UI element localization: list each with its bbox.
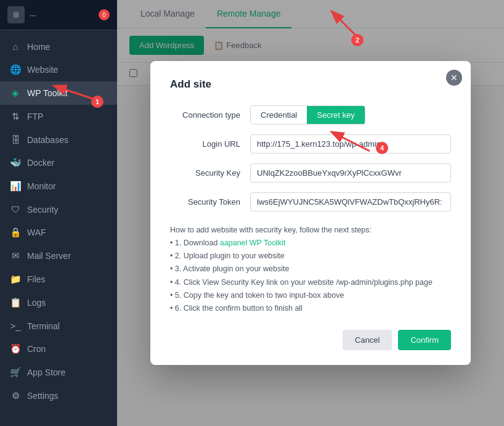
cancel-button[interactable]: Cancel: [343, 330, 392, 350]
sidebar-item-app-store[interactable]: 🛒 App Store: [0, 361, 117, 384]
sidebar-item-waf[interactable]: 🔒 WAF: [0, 221, 117, 244]
step-4: 4. Click View Security Key link on your …: [170, 276, 451, 289]
sidebar-item-label-mail-server: Mail Server: [27, 251, 71, 261]
sidebar-item-docker[interactable]: 🐳 Docker: [0, 151, 117, 174]
app-store-icon: 🛒: [10, 367, 21, 378]
sidebar-item-settings[interactable]: ⚙ Settings: [0, 384, 117, 408]
files-icon: 📁: [10, 274, 21, 285]
login-url-row: Login URL: [170, 134, 451, 154]
secret-key-button[interactable]: Secret key: [307, 106, 364, 124]
notification-badge: 0: [99, 9, 110, 20]
step-2: 2. Upload plugin to your website: [170, 250, 451, 263]
sidebar-item-terminal[interactable]: >_ Terminal: [0, 314, 117, 337]
monitor-icon: ⊞: [7, 6, 25, 23]
step-5: 5. Copy the key and token to two input-b…: [170, 289, 451, 302]
confirm-button[interactable]: Confirm: [398, 330, 451, 350]
logs-icon: 📋: [10, 297, 21, 308]
security-token-row: Security Token: [170, 192, 451, 211]
security-icon: 🛡: [10, 204, 21, 215]
sidebar-item-security[interactable]: 🛡 Security: [0, 198, 117, 221]
connection-type-row: Connection type Credential Secret key: [170, 105, 451, 125]
sidebar-item-cron[interactable]: ⏰ Cron: [0, 337, 117, 361]
instructions-section: How to add website with security key, fo…: [170, 224, 451, 316]
sidebar-nav: ⌂ Home 🌐 Website ◈ WP Toolkit ⇅ FTP 🗄 Da…: [0, 30, 117, 426]
sidebar-item-monitor[interactable]: 📊 Monitor: [0, 174, 117, 198]
main-content: Local Manage Remote Manage Add Wordpress…: [117, 0, 504, 426]
sidebar-item-logs[interactable]: 📋 Logs: [0, 291, 117, 314]
sidebar-item-label-home: Home: [27, 42, 50, 52]
connection-type-label: Connection type: [170, 110, 250, 120]
sidebar-item-mail-server[interactable]: ✉ Mail Server: [0, 244, 117, 268]
step-3: 3. Activate plugin on your website: [170, 263, 451, 276]
sidebar-item-website[interactable]: 🌐 Website: [0, 58, 117, 81]
sidebar-item-home[interactable]: ⌂ Home: [0, 35, 117, 58]
sidebar-header-text: ···: [30, 10, 36, 20]
sidebar-item-files[interactable]: 📁 Files: [0, 268, 117, 291]
security-key-label: Security Key: [170, 168, 250, 178]
home-icon: ⌂: [10, 41, 21, 52]
modal-footer: Cancel Confirm: [170, 330, 451, 350]
instructions-list: 1. Download aapanel WP Toolkit 2. Upload…: [170, 237, 451, 316]
monitor-icon: 📊: [10, 181, 21, 192]
badge-4: 4: [376, 142, 388, 154]
sidebar-header: ⊞ ··· 0: [0, 0, 117, 30]
wp-toolkit-icon: ◈: [10, 88, 21, 99]
aapanel-link[interactable]: aapanel WP Toolkit: [220, 239, 286, 247]
step-6: 6. Click the confirm button to finish al…: [170, 302, 451, 315]
sidebar-item-label-docker: Docker: [27, 158, 54, 168]
sidebar-item-label-terminal: Terminal: [27, 321, 60, 331]
ftp-icon: ⇅: [10, 111, 21, 122]
badge-2: 2: [351, 34, 364, 46]
sidebar-item-label-databases: Databases: [27, 135, 68, 145]
sidebar-item-label-wp-toolkit: WP Toolkit: [27, 88, 68, 98]
settings-icon: ⚙: [10, 390, 21, 401]
sidebar-item-label-logs: Logs: [27, 298, 46, 308]
sidebar-item-label-cron: Cron: [27, 344, 46, 354]
sidebar-item-databases[interactable]: 🗄 Databases: [0, 128, 117, 151]
sidebar-item-label-files: Files: [27, 274, 46, 284]
docker-icon: 🐳: [10, 157, 21, 168]
sidebar-item-label-settings: Settings: [27, 391, 59, 401]
security-token-label: Security Token: [170, 197, 250, 207]
sidebar: ⊞ ··· 0 ⌂ Home 🌐 Website ◈ WP Toolkit ⇅ …: [0, 0, 117, 426]
security-key-input[interactable]: [250, 163, 451, 182]
badge-1: 1: [91, 96, 104, 108]
security-token-input[interactable]: [250, 192, 451, 211]
cron-icon: ⏰: [10, 343, 21, 354]
databases-icon: 🗄: [10, 134, 21, 145]
waf-icon: 🔒: [10, 227, 21, 238]
terminal-icon: >_: [10, 321, 21, 331]
add-site-modal: ✕ Add site Connection type Credential Se…: [150, 61, 471, 366]
instructions-title: How to add website with security key, fo…: [170, 224, 451, 237]
sidebar-item-ftp[interactable]: ⇅ FTP: [0, 105, 117, 128]
mail-server-icon: ✉: [10, 250, 21, 261]
sidebar-item-label-security: Security: [27, 205, 59, 215]
sidebar-item-label-monitor: Monitor: [27, 181, 56, 191]
step-1: 1. Download aapanel WP Toolkit: [170, 237, 451, 250]
sidebar-item-label-waf: WAF: [27, 227, 46, 237]
modal-overlay: ✕ Add site Connection type Credential Se…: [117, 0, 504, 426]
sidebar-item-label-app-store: App Store: [27, 367, 65, 377]
website-icon: 🌐: [10, 64, 21, 75]
connection-type-group: Credential Secret key: [250, 105, 365, 125]
sidebar-item-label-website: Website: [27, 65, 58, 75]
modal-close-button[interactable]: ✕: [446, 70, 462, 86]
login-url-input[interactable]: [250, 134, 451, 154]
login-url-label: Login URL: [170, 139, 250, 149]
security-key-row: Security Key: [170, 163, 451, 182]
sidebar-item-label-ftp: FTP: [27, 112, 43, 121]
modal-title: Add site: [170, 78, 451, 91]
credential-button[interactable]: Credential: [251, 106, 307, 124]
